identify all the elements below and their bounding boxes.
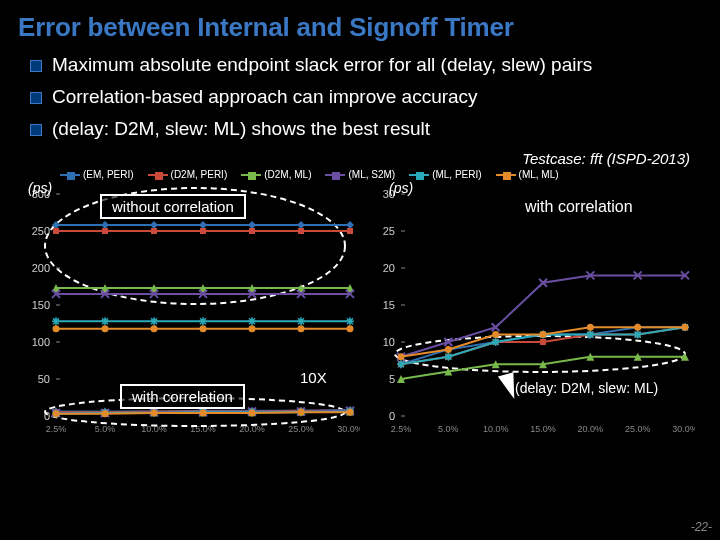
legend-item: (ML, ML)	[496, 169, 559, 180]
svg-rect-23	[53, 228, 59, 234]
svg-point-31	[102, 325, 109, 332]
svg-text:25.0%: 25.0%	[288, 424, 314, 434]
svg-text:2.5%: 2.5%	[391, 424, 412, 434]
legend-label: (EM, PERI)	[83, 169, 134, 180]
page-number: -22-	[691, 520, 712, 534]
page-title: Error between Internal and Signoff Timer	[0, 0, 720, 49]
svg-text:100: 100	[32, 336, 50, 348]
svg-point-36	[347, 325, 354, 332]
svg-rect-26	[200, 228, 206, 234]
bullet-item: Correlation-based approach can improve a…	[30, 85, 690, 109]
svg-text:0: 0	[389, 410, 395, 422]
y-axis-label: (ps)	[389, 180, 413, 196]
legend-item: (D2M, PERI)	[148, 169, 228, 180]
bullet-item: Maximum absolute endpoint slack error fo…	[30, 53, 690, 77]
svg-point-48	[249, 410, 256, 417]
chart-row: (ps) without correlation with correlatio…	[0, 184, 720, 444]
legend-marker	[496, 174, 516, 176]
legend-item: (D2M, ML)	[241, 169, 311, 180]
without-correlation-label: without correlation	[100, 194, 246, 219]
svg-text:2.5%: 2.5%	[46, 424, 67, 434]
svg-text:15.0%: 15.0%	[530, 424, 556, 434]
legend-item: (ML, PERI)	[409, 169, 481, 180]
legend-marker	[60, 174, 80, 176]
svg-text:5: 5	[389, 373, 395, 385]
legend-item: (EM, PERI)	[60, 169, 134, 180]
bullet-item: (delay: D2M, slew: ML) shows the best re…	[30, 117, 690, 141]
svg-point-45	[102, 411, 109, 418]
legend-marker	[325, 174, 345, 176]
svg-point-50	[347, 409, 354, 416]
svg-text:15: 15	[383, 299, 395, 311]
svg-rect-24	[102, 228, 108, 234]
svg-point-34	[249, 325, 256, 332]
svg-point-35	[298, 325, 305, 332]
svg-point-80	[398, 354, 405, 361]
svg-text:10.0%: 10.0%	[483, 424, 509, 434]
svg-text:150: 150	[32, 299, 50, 311]
svg-rect-27	[249, 228, 255, 234]
legend-label: (ML, PERI)	[432, 169, 481, 180]
legend-item: (ML, S2M)	[325, 169, 395, 180]
with-correlation-label: with correlation	[120, 384, 245, 409]
right-chart: (ps) with correlation (delay: D2M, slew:…	[365, 184, 710, 444]
svg-point-83	[540, 331, 547, 338]
svg-point-33	[200, 325, 207, 332]
svg-text:30.0%: 30.0%	[337, 424, 360, 434]
svg-text:20: 20	[383, 262, 395, 274]
svg-point-30	[53, 325, 60, 332]
svg-point-85	[634, 324, 641, 331]
svg-text:10: 10	[383, 336, 395, 348]
svg-text:20.0%: 20.0%	[578, 424, 604, 434]
svg-point-44	[53, 411, 60, 418]
svg-point-32	[151, 325, 158, 332]
legend-label: (ML, S2M)	[348, 169, 395, 180]
chart-legend: (EM, PERI) (D2M, PERI) (D2M, ML) (ML, S2…	[0, 169, 720, 184]
svg-point-82	[492, 331, 499, 338]
svg-text:5.0%: 5.0%	[95, 424, 116, 434]
y-axis-label: (ps)	[28, 180, 52, 196]
svg-text:25.0%: 25.0%	[625, 424, 651, 434]
best-result-annotation: (delay: D2M, slew: ML)	[515, 380, 658, 396]
svg-rect-76	[540, 339, 546, 345]
legend-label: (D2M, ML)	[264, 169, 311, 180]
svg-text:50: 50	[38, 373, 50, 385]
svg-text:25: 25	[383, 225, 395, 237]
svg-point-81	[445, 346, 452, 353]
svg-rect-28	[298, 228, 304, 234]
svg-text:5.0%: 5.0%	[438, 424, 459, 434]
svg-rect-29	[347, 228, 353, 234]
svg-point-49	[298, 409, 305, 416]
legend-marker	[241, 174, 261, 176]
svg-point-86	[682, 324, 689, 331]
legend-label: (D2M, PERI)	[171, 169, 228, 180]
svg-point-46	[151, 410, 158, 417]
legend-marker	[148, 174, 168, 176]
legend-label: (ML, ML)	[519, 169, 559, 180]
svg-point-84	[587, 324, 594, 331]
svg-rect-25	[151, 228, 157, 234]
testcase-label: Testcase: fft (ISPD-2013)	[0, 150, 720, 169]
ten-x-annotation: 10X	[300, 369, 327, 386]
left-chart: (ps) without correlation with correlatio…	[20, 184, 365, 444]
svg-text:200: 200	[32, 262, 50, 274]
with-correlation-title: with correlation	[525, 198, 633, 216]
bullet-list: Maximum absolute endpoint slack error fo…	[0, 49, 720, 150]
legend-marker	[409, 174, 429, 176]
svg-point-47	[200, 410, 207, 417]
right-chart-svg: 0510152025302.5%5.0%10.0%15.0%20.0%25.0%…	[365, 184, 695, 444]
svg-text:30.0%: 30.0%	[672, 424, 695, 434]
